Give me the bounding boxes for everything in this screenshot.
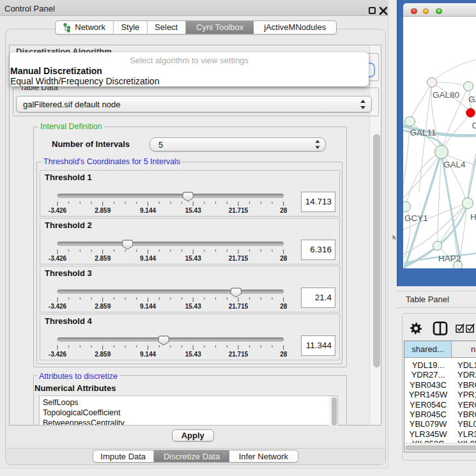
svg-text:2.859: 2.859 [95,255,111,262]
svg-text:-3.426: -3.426 [49,351,67,358]
svg-text:-3.426: -3.426 [49,255,67,262]
svg-text:9.144: 9.144 [140,303,156,310]
svg-text:15.43: 15.43 [185,303,201,310]
svg-text:9.144: 9.144 [140,255,156,262]
svg-text:-3.426: -3.426 [49,303,67,310]
svg-text:2.859: 2.859 [95,351,111,358]
svg-text:28: 28 [280,351,288,358]
svg-text:28: 28 [280,255,288,262]
svg-text:9.144: 9.144 [140,207,156,214]
svg-text:21.715: 21.715 [229,303,249,310]
svg-text:21.715: 21.715 [229,207,249,214]
svg-text:15.43: 15.43 [185,207,201,214]
svg-text:21.715: 21.715 [229,255,249,262]
svg-text:28: 28 [280,207,288,214]
svg-text:9.144: 9.144 [140,351,156,358]
svg-text:15.43: 15.43 [185,255,201,262]
svg-text:2.859: 2.859 [95,303,111,310]
svg-text:-3.426: -3.426 [49,207,67,214]
svg-text:21.715: 21.715 [229,351,249,358]
svg-text:2.859: 2.859 [95,207,111,214]
svg-text:15.43: 15.43 [185,351,201,358]
svg-text:28: 28 [280,303,288,310]
